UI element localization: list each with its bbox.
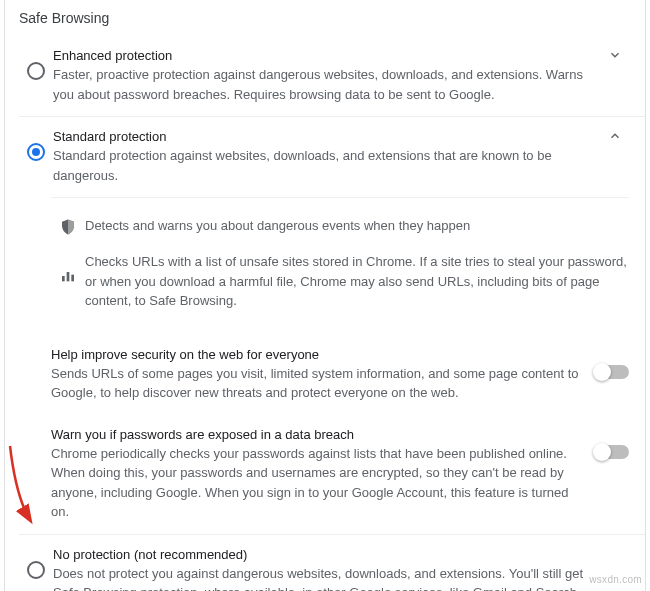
svg-rect-0 (62, 276, 65, 281)
chevron-up-icon (608, 129, 622, 143)
sub-desc: Sends URLs of some pages you visit, limi… (51, 364, 581, 403)
sub-warn-passwords: Warn you if passwords are exposed in a d… (51, 415, 629, 534)
safe-browsing-panel: Safe Browsing Enhanced protection Faster… (4, 0, 646, 591)
sub-title: Warn you if passwords are exposed in a d… (51, 427, 581, 442)
bars-icon (51, 252, 85, 284)
toggle-help-improve[interactable] (595, 365, 629, 379)
option-no-protection[interactable]: No protection (not recommended) Does not… (19, 535, 645, 592)
svg-rect-1 (67, 272, 70, 281)
detail-text: Detects and warns you about dangerous ev… (85, 216, 629, 236)
shield-icon (51, 216, 85, 236)
option-title: No protection (not recommended) (53, 547, 587, 562)
radio-enhanced[interactable] (27, 62, 45, 80)
toggle-warn-passwords[interactable] (595, 445, 629, 459)
option-enhanced[interactable]: Enhanced protection Faster, proactive pr… (19, 36, 645, 116)
option-desc: Does not protect you against dangerous w… (53, 564, 587, 592)
collapse-standard[interactable] (595, 129, 635, 143)
option-desc: Faster, proactive protection against dan… (53, 65, 587, 104)
expand-enhanced[interactable] (595, 48, 635, 62)
option-title: Standard protection (53, 129, 587, 144)
radio-standard[interactable] (27, 143, 45, 161)
chevron-down-icon (608, 48, 622, 62)
sub-help-improve: Help improve security on the web for eve… (51, 335, 629, 415)
sub-title: Help improve security on the web for eve… (51, 347, 581, 362)
sub-desc: Chrome periodically checks your password… (51, 444, 581, 522)
detail-detects: Detects and warns you about dangerous ev… (51, 208, 629, 244)
option-title: Enhanced protection (53, 48, 587, 63)
radio-no-protection[interactable] (27, 561, 45, 579)
standard-details: Detects and warns you about dangerous ev… (51, 197, 629, 335)
detail-checks: Checks URLs with a list of unsafe sites … (51, 244, 629, 319)
watermark: wsxdn.com (589, 574, 642, 585)
detail-text: Checks URLs with a list of unsafe sites … (85, 252, 629, 311)
option-standard[interactable]: Standard protection Standard protection … (19, 116, 645, 197)
option-desc: Standard protection against websites, do… (53, 146, 587, 185)
svg-rect-2 (71, 275, 74, 282)
section-title: Safe Browsing (5, 6, 645, 36)
